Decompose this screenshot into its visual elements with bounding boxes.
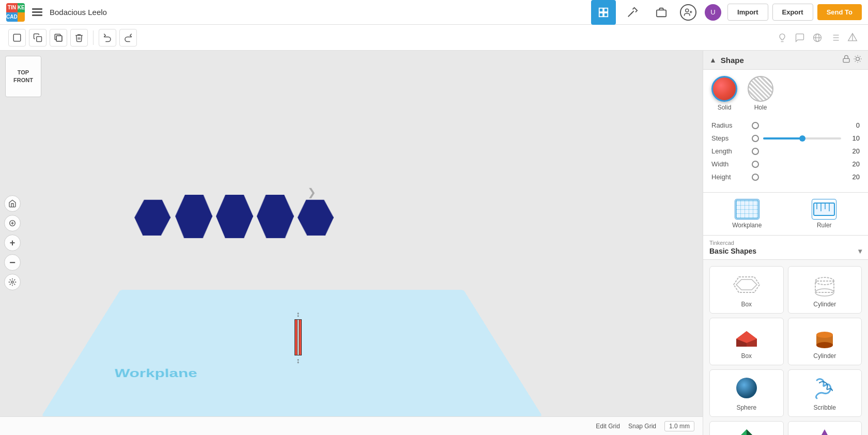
category-arrow-icon: ▾: [858, 247, 862, 255]
figure-arrow-up: ↕: [297, 310, 300, 318]
redo-button[interactable]: [119, 29, 137, 46]
view-cube[interactable]: TOP FRONT: [5, 56, 47, 97]
svg-rect-4: [604, 8, 608, 11]
snap-grid-value[interactable]: 1.0 mm: [664, 421, 694, 431]
shape-card-cylinder-outline[interactable]: Cylinder: [788, 266, 862, 314]
zoom-out-tool[interactable]: −: [4, 254, 21, 271]
bottom-bar: Edit Grid Snap Grid 1.0 mm: [0, 416, 703, 435]
width-row: Width 20: [711, 160, 860, 168]
shape-card-box-solid[interactable]: Box: [709, 318, 784, 365]
ruler-item-label: Ruler: [817, 222, 832, 229]
category-name: Basic Shapes: [709, 247, 756, 255]
view-front-label: FRONT: [13, 76, 33, 84]
comment-button[interactable]: [793, 30, 807, 45]
shape-card-cone[interactable]: Cone: [788, 421, 862, 435]
shape-card-roof[interactable]: Roof: [709, 421, 784, 435]
steps-slider-thumb[interactable]: [799, 135, 805, 142]
edit-grid-button[interactable]: Edit Grid: [596, 423, 620, 430]
shape-card-sphere[interactable]: Sphere: [709, 369, 784, 417]
steps-slider-area: [752, 135, 841, 142]
logo-ker: KER: [18, 3, 25, 12]
briefcase-button[interactable]: [649, 0, 674, 25]
solid-shape-option[interactable]: Solid: [711, 76, 737, 111]
copy-button[interactable]: [29, 29, 47, 46]
grid-view-button[interactable]: [591, 0, 616, 25]
view-cube-box[interactable]: TOP FRONT: [5, 56, 41, 97]
workplane-button[interactable]: Workplane: [711, 199, 783, 229]
workplane-grid[interactable]: [41, 290, 542, 416]
light-bulb-button[interactable]: [775, 30, 789, 45]
tinkercad-logo[interactable]: TIN KER CAD: [6, 3, 25, 22]
hex-shape-4: [257, 195, 296, 241]
category-select[interactable]: Basic Shapes ▾: [709, 247, 862, 255]
solid-circle: [711, 76, 737, 102]
svg-rect-5: [599, 12, 603, 16]
orient-tool[interactable]: [4, 274, 21, 290]
steps-circle[interactable]: [752, 135, 759, 142]
top-bar: TIN KER CAD Bodacious Leelo U Impor: [0, 0, 868, 25]
width-circle[interactable]: [752, 161, 759, 168]
undo-button[interactable]: [99, 29, 116, 46]
sendto-button[interactable]: Send To: [817, 4, 862, 20]
export-button[interactable]: Export: [772, 4, 813, 21]
radius-value: 0: [845, 121, 860, 129]
radius-slider-area: [752, 122, 841, 129]
avatar-button[interactable]: U: [703, 2, 723, 23]
length-circle[interactable]: [752, 148, 759, 155]
add-user-icon: [680, 4, 696, 21]
hole-shape-option[interactable]: Hole: [748, 76, 773, 111]
length-slider-area: [752, 148, 841, 155]
list-button[interactable]: [828, 30, 842, 45]
shape-card-box-outline[interactable]: Box: [709, 266, 784, 314]
shape-card-cylinder-solid[interactable]: Cylinder: [788, 318, 862, 365]
lock-icon[interactable]: [842, 55, 850, 65]
height-value: 20: [845, 173, 860, 181]
duplicate-button[interactable]: [50, 29, 67, 46]
add-user-button[interactable]: [678, 2, 699, 23]
toolbar-left: [8, 29, 137, 46]
hex-shape-1: [134, 200, 174, 238]
project-title: Bodacious Leelo: [50, 8, 107, 17]
3d-view-button[interactable]: [845, 30, 860, 45]
category-brand: Tinkercad: [709, 240, 862, 246]
logo-tin: TIN: [6, 3, 18, 12]
svg-rect-2: [32, 14, 42, 16]
model-button[interactable]: [810, 30, 825, 45]
box-solid-label: Box: [741, 352, 752, 360]
import-button[interactable]: Import: [727, 4, 768, 21]
svg-marker-47: [736, 279, 757, 290]
svg-line-39: [855, 61, 856, 61]
length-value: 20: [845, 147, 860, 155]
height-circle[interactable]: [752, 174, 759, 181]
fit-tool[interactable]: [4, 215, 21, 231]
shape-type-row: Solid Hole: [703, 70, 868, 117]
steps-slider-fill: [763, 137, 802, 139]
svg-line-35: [855, 56, 856, 57]
height-label: Height: [711, 173, 748, 181]
figure-arrow-down: ↕: [297, 356, 300, 365]
ruler-button[interactable]: Ruler: [789, 199, 860, 229]
top-bar-left: TIN KER CAD Bodacious Leelo: [6, 3, 107, 22]
shape-card-scribble[interactable]: Scribble: [788, 369, 862, 417]
collapse-button[interactable]: ▲: [709, 56, 717, 64]
delete-button[interactable]: [70, 29, 88, 46]
zoom-in-tool[interactable]: +: [4, 235, 21, 251]
light-icon[interactable]: [854, 55, 862, 65]
svg-point-30: [11, 281, 13, 283]
viewport-area[interactable]: TOP FRONT + −: [0, 51, 703, 435]
svg-rect-1: [32, 11, 42, 13]
right-panel: ▲ Shape Solid: [703, 51, 868, 435]
radius-circle[interactable]: [752, 122, 759, 129]
top-bar-right: U Import Export Send To: [591, 0, 862, 25]
length-label: Length: [711, 147, 748, 155]
shape-inspector: ▲ Shape Solid: [703, 51, 868, 193]
steps-slider[interactable]: [763, 137, 841, 139]
menu-button[interactable]: [30, 6, 44, 19]
home-tool[interactable]: [4, 195, 21, 212]
hammer-button[interactable]: [620, 0, 645, 25]
svg-line-40: [860, 56, 860, 57]
logo-cad-top: CAD: [6, 12, 18, 22]
svg-rect-48: [815, 281, 834, 292]
new-button[interactable]: [8, 29, 26, 46]
svg-point-56: [816, 332, 833, 338]
